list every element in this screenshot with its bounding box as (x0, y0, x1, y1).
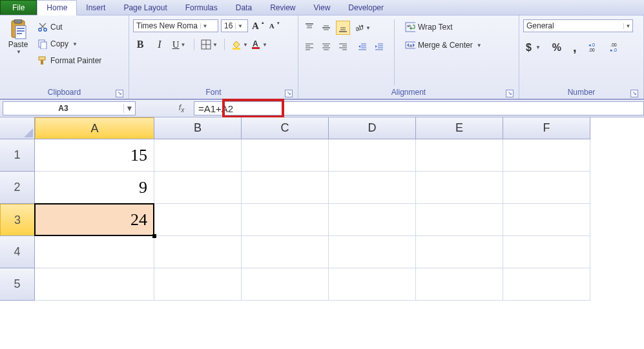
cell-E1[interactable] (416, 139, 503, 172)
paste-button[interactable]: Paste ▼ (4, 18, 32, 56)
cell-A4[interactable] (35, 236, 154, 268)
cell-A3[interactable]: 24 (35, 204, 154, 236)
tab-view[interactable]: View (305, 1, 340, 15)
cell-A5[interactable] (35, 268, 154, 301)
wrap-text-button[interactable]: ab Wrap Text (402, 21, 484, 34)
align-middle-button[interactable] (319, 21, 333, 35)
row-header-2[interactable]: 2 (0, 172, 35, 204)
fill-handle[interactable] (152, 234, 156, 238)
column-header-B[interactable]: B (154, 117, 242, 139)
decrease-decimal-button[interactable]: .00▸.0 (608, 41, 623, 54)
select-all-corner[interactable] (0, 117, 35, 139)
name-box-dropdown-icon[interactable]: ▼ (123, 104, 135, 113)
font-color-button[interactable]: A ▼ (252, 37, 266, 52)
font-color-dropdown-icon[interactable]: ▼ (262, 42, 267, 48)
cell-D4[interactable] (329, 236, 416, 268)
decrease-font-button[interactable]: A▾ (268, 22, 281, 30)
column-header-D[interactable]: D (329, 117, 416, 139)
tab-developer[interactable]: Developer (339, 1, 393, 15)
cut-button[interactable]: Cut (35, 21, 104, 34)
column-header-F[interactable]: F (503, 117, 590, 139)
cell-B3[interactable] (154, 204, 242, 236)
paste-dropdown-icon[interactable]: ▼ (16, 49, 21, 55)
italic-button[interactable]: I (152, 37, 167, 52)
cell-F1[interactable] (503, 139, 590, 172)
tab-page-layout[interactable]: Page Layout (114, 1, 176, 15)
increase-font-button[interactable]: A▴ (251, 21, 265, 32)
cell-E4[interactable] (416, 236, 503, 268)
format-painter-button[interactable]: Format Painter (35, 54, 104, 67)
align-left-button[interactable] (302, 40, 317, 54)
cell-D1[interactable] (329, 139, 416, 172)
cell-E3[interactable] (416, 204, 503, 236)
font-name-combo[interactable]: Times New Roma ▼ (133, 19, 218, 32)
tab-file[interactable]: File (0, 0, 37, 15)
column-header-C[interactable]: C (242, 117, 329, 139)
font-size-dropdown-icon[interactable]: ▼ (235, 23, 244, 29)
percent-button[interactable]: % (550, 41, 564, 55)
align-top-button[interactable] (302, 21, 317, 35)
fill-color-dropdown-icon[interactable]: ▼ (243, 42, 248, 48)
decrease-indent-button[interactable] (355, 40, 369, 54)
row-header-1[interactable]: 1 (0, 139, 35, 172)
increase-decimal-button[interactable]: ◂.0.00 (586, 41, 601, 54)
orientation-dropdown-icon[interactable]: ▼ (366, 25, 371, 31)
fx-icon[interactable]: fx (172, 103, 191, 114)
comma-button[interactable]: , (570, 39, 579, 56)
increase-indent-button[interactable] (372, 40, 386, 54)
copy-dropdown-icon[interactable]: ▼ (72, 41, 78, 47)
number-format-dropdown-icon[interactable]: ▼ (623, 23, 632, 29)
name-box[interactable]: A3 ▼ (3, 101, 136, 115)
cell-D3[interactable] (329, 204, 416, 236)
clipboard-dialog-launcher[interactable]: ↘ (116, 90, 123, 97)
underline-button[interactable]: U▼ (172, 37, 186, 52)
cell-D5[interactable] (329, 268, 416, 301)
tab-insert[interactable]: Insert (77, 1, 114, 15)
cell-B2[interactable] (154, 172, 242, 204)
cell-C3[interactable] (242, 204, 329, 236)
row-header-4[interactable]: 4 (0, 236, 35, 268)
cell-B4[interactable] (154, 236, 242, 268)
bold-button[interactable]: B (133, 37, 147, 52)
borders-dropdown-icon[interactable]: ▼ (213, 42, 218, 48)
tab-data[interactable]: Data (227, 1, 261, 15)
orientation-button[interactable]: ab▼ (355, 21, 369, 35)
currency-dropdown-icon[interactable]: ▼ (535, 45, 541, 50)
tab-formulas[interactable]: Formulas (176, 1, 227, 15)
underline-dropdown-icon[interactable]: ▼ (180, 42, 185, 48)
font-size-combo[interactable]: 16 ▼ (221, 19, 248, 32)
cell-C2[interactable] (242, 172, 329, 204)
row-header-5[interactable]: 5 (0, 268, 35, 301)
fill-color-button[interactable]: ▼ (233, 37, 247, 52)
align-center-button[interactable] (319, 40, 333, 54)
align-bottom-button[interactable] (336, 21, 350, 35)
tab-home[interactable]: Home (37, 0, 77, 15)
align-right-button[interactable] (336, 40, 350, 54)
cell-C5[interactable] (242, 268, 329, 301)
copy-button[interactable]: Copy ▼ (35, 37, 104, 50)
tab-review[interactable]: Review (261, 1, 304, 15)
merge-center-button[interactable]: a Merge & Center ▼ (402, 39, 484, 52)
font-dialog-launcher[interactable]: ↘ (285, 90, 293, 97)
currency-button[interactable]: $▼ (523, 41, 543, 55)
alignment-dialog-launcher[interactable]: ↘ (506, 90, 514, 97)
column-header-A[interactable]: A (35, 117, 154, 139)
cell-F4[interactable] (503, 236, 590, 268)
cell-B5[interactable] (154, 268, 242, 301)
cell-F5[interactable] (503, 268, 590, 301)
cell-F3[interactable] (503, 204, 590, 236)
merge-center-dropdown-icon[interactable]: ▼ (477, 43, 482, 48)
borders-button[interactable]: ▼ (202, 37, 216, 52)
cell-A1[interactable]: 15 (35, 139, 154, 172)
cell-E5[interactable] (416, 268, 503, 301)
cell-B1[interactable] (154, 139, 242, 172)
cell-C4[interactable] (242, 236, 329, 268)
cell-E2[interactable] (416, 172, 503, 204)
cell-D2[interactable] (329, 172, 416, 204)
cell-F2[interactable] (503, 172, 590, 204)
formula-input[interactable]: =A1+A2 (194, 101, 644, 115)
number-format-combo[interactable]: General ▼ (523, 19, 633, 32)
cell-A2[interactable]: 9 (35, 172, 154, 204)
number-dialog-launcher[interactable]: ↘ (630, 90, 638, 97)
cell-C1[interactable] (242, 139, 329, 172)
